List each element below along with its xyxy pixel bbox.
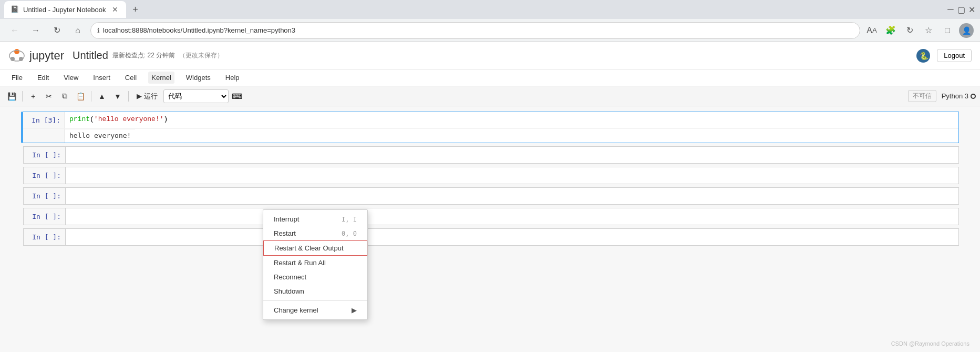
forward-button[interactable]: → [27,22,44,39]
cell-5-input[interactable] [66,208,958,223]
kernel-menu-restart-run-all[interactable]: Restart & Run All [263,256,367,270]
favorites-icon[interactable]: ☆ [921,23,936,38]
cell-1[interactable]: In [3]: print('hello everyone!') hello e… [23,112,959,143]
paste-cell-button[interactable]: 📋 [73,89,88,103]
tab-title: Untitled - Jupyter Notebook [23,6,106,14]
kernel-name: Python 3 [942,92,976,100]
cell-2-input[interactable] [66,147,958,162]
cell-3-wrapper: In [ ]: [21,167,959,184]
tab-favicon: 📓 [11,5,19,14]
cell-1-output: hello everyone! [65,129,135,143]
cell-2[interactable]: In [ ]: [23,146,959,164]
save-button[interactable]: 💾 [4,89,19,103]
cell-1-paren-close: ) [163,115,168,123]
watermark: CSDN @Raymond Operations [891,340,969,347]
toolbar-separator-3 [128,91,129,102]
svg-point-0 [14,49,19,54]
cell-3-input[interactable] [66,167,958,182]
notebook-menu: File Edit View Insert Cell Kernel Widget… [0,69,980,86]
cell-2-wrapper: In [ ]: [21,146,959,164]
cell-6-input[interactable] [66,229,958,244]
cell-1-wrapper: In [3]: print('hello everyone!') hello e… [21,112,959,143]
logout-button[interactable]: Logout [937,49,972,62]
run-label: 运行 [144,92,158,101]
maximize-button[interactable]: ▢ [957,5,965,14]
cell-6-wrapper: In [ ]: [21,228,959,246]
move-cell-down-button[interactable]: ▼ [110,89,125,103]
menu-file[interactable]: File [8,72,26,84]
kernel-menu-change-kernel[interactable]: Change kernel ▶ [263,303,367,317]
menu-insert[interactable]: Insert [90,72,114,84]
user-avatar[interactable]: 👤 [959,23,974,38]
close-button[interactable]: ✕ [967,5,976,14]
cell-1-output-prompt [23,129,65,143]
cell-6[interactable]: In [ ]: [23,228,959,246]
kernel-menu-interrupt[interactable]: Interrupt I, I [263,212,367,226]
kernel-menu-interrupt-shortcut: I, I [342,216,357,223]
cell-6-prompt: In [ ]: [24,229,66,245]
kernel-menu-restart-label: Restart [274,229,296,237]
run-cell-button[interactable]: ▶ 运行 [132,89,162,103]
cell-4-prompt: In [ ]: [24,188,66,204]
translate-icon[interactable]: AA [864,23,879,38]
jupyter-right-header: 🐍 Logout [916,48,972,63]
browser-tab[interactable]: 📓 Untitled - Jupyter Notebook ✕ [4,1,126,18]
url-bar[interactable]: ℹ localhost:8888/notebooks/Untitled.ipyn… [90,22,860,39]
cell-4-wrapper: In [ ]: [21,187,959,205]
cell-1-input[interactable]: print('hello everyone!') [65,112,958,128]
kernel-menu-reconnect[interactable]: Reconnect [263,270,367,284]
add-cell-below-button[interactable]: + [26,89,40,103]
address-bar: ← → ↻ ⌂ ℹ localhost:8888/notebooks/Untit… [0,19,980,42]
copy-cell-button[interactable]: ⧉ [57,89,72,103]
new-tab-button[interactable]: + [128,2,143,17]
menu-widgets[interactable]: Widgets [183,72,214,84]
cell-5[interactable]: In [ ]: [23,208,959,225]
keyboard-shortcut-icon[interactable]: ⌨ [230,89,244,103]
collections-icon[interactable]: □ [940,23,955,38]
cell-5-wrapper: In [ ]: [21,208,959,225]
home-button[interactable]: ⌂ [69,22,86,39]
url-text: localhost:8888/notebooks/Untitled.ipynb?… [103,26,295,34]
kernel-menu-restart-clear[interactable]: Restart & Clear Output [263,240,367,256]
kernel-status-indicator [971,94,976,99]
reload-icon[interactable]: ↻ [902,23,917,38]
kernel-menu-interrupt-label: Interrupt [274,215,299,223]
kernel-menu-shutdown-label: Shutdown [274,287,304,295]
window-controls: ─ ▢ ✕ [946,5,976,14]
kernel-menu-shutdown[interactable]: Shutdown [263,284,367,298]
notebook-body: In [3]: print('hello everyone!') hello e… [0,106,980,352]
kernel-menu-change-kernel-label: Change kernel [274,306,318,314]
browser-frame: 📓 Untitled - Jupyter Notebook ✕ + ─ ▢ ✕ … [0,0,980,42]
kernel-menu-change-kernel-arrow: ▶ [352,306,357,314]
kernel-menu-restart-run-all-label: Restart & Run All [274,259,326,267]
kernel-label-text: Python 3 [942,92,968,100]
cell-1-print-keyword: print [69,115,90,123]
menu-cell[interactable]: Cell [122,72,140,84]
minimize-button[interactable]: ─ [946,5,955,14]
cut-cell-button[interactable]: ✂ [42,89,56,103]
cell-4[interactable]: In [ ]: [23,187,959,205]
unsaved-indicator: （更改未保存） [179,51,223,60]
url-info-icon: ℹ [97,27,100,34]
menu-help[interactable]: Help [222,72,243,84]
notebook-title-area: Untitled 最新检查点: 22 分钟前 （更改未保存） [73,49,223,62]
move-cell-up-button[interactable]: ▲ [95,89,109,103]
tab-close-button[interactable]: ✕ [110,5,120,14]
cell-3[interactable]: In [ ]: [23,167,959,184]
back-button[interactable]: ← [6,22,23,39]
jupyter-logo [8,47,25,64]
notebook-checkpoint-status: 最新检查点: 22 分钟前 [112,51,175,60]
kernel-menu-restart[interactable]: Restart 0, 0 [263,226,367,240]
notebook-name[interactable]: Untitled [73,49,108,62]
kernel-menu-restart-clear-label: Restart & Clear Output [274,244,344,252]
cell-type-selector[interactable]: 代码 Markdown Raw NBConvert Heading [163,89,229,103]
extensions-icon[interactable]: 🧩 [883,23,898,38]
kernel-menu-restart-shortcut: 0, 0 [342,230,357,237]
cell-1-string: 'hello everyone!' [94,115,164,123]
run-icon: ▶ [137,92,142,100]
refresh-button[interactable]: ↻ [48,22,65,39]
menu-kernel[interactable]: Kernel [148,72,174,84]
menu-view[interactable]: View [60,72,81,84]
cell-4-input[interactable] [66,188,958,203]
menu-edit[interactable]: Edit [34,72,52,84]
